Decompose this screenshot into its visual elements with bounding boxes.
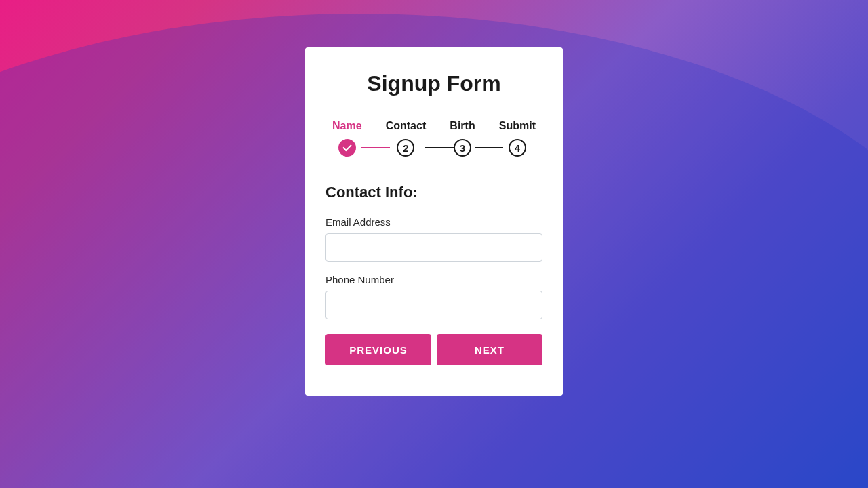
next-button[interactable]: NEXT bbox=[437, 334, 542, 365]
phone-input[interactable] bbox=[326, 291, 542, 319]
field-email: Email Address bbox=[326, 216, 542, 262]
step-circle: 4 bbox=[509, 139, 526, 157]
step-connector bbox=[361, 147, 390, 148]
step-label: Submit bbox=[499, 120, 536, 132]
step-submit[interactable]: Submit 4 bbox=[499, 120, 536, 157]
step-birth[interactable]: Birth 3 bbox=[450, 120, 475, 157]
section-title: Contact Info: bbox=[326, 184, 542, 201]
signup-card: Signup Form Name Contact 2 Birth 3 Submi… bbox=[305, 47, 563, 396]
email-input[interactable] bbox=[326, 233, 542, 262]
phone-label: Phone Number bbox=[326, 274, 542, 285]
button-row: PREVIOUS NEXT bbox=[326, 334, 542, 365]
stepper: Name Contact 2 Birth 3 Submit 4 bbox=[326, 120, 542, 157]
step-label: Contact bbox=[386, 120, 427, 132]
previous-button[interactable]: PREVIOUS bbox=[326, 334, 431, 365]
step-circle: 2 bbox=[397, 139, 414, 157]
step-circle: 3 bbox=[454, 139, 471, 157]
step-label: Birth bbox=[450, 120, 475, 132]
step-contact[interactable]: Contact 2 bbox=[386, 120, 427, 157]
form-title: Signup Form bbox=[326, 71, 542, 96]
checkmark-icon bbox=[342, 142, 351, 151]
email-label: Email Address bbox=[326, 216, 542, 228]
step-connector bbox=[475, 147, 503, 148]
step-label: Name bbox=[332, 120, 362, 132]
step-connector bbox=[425, 147, 454, 148]
field-phone: Phone Number bbox=[326, 274, 542, 319]
step-name[interactable]: Name bbox=[332, 120, 362, 157]
step-circle-completed bbox=[338, 139, 356, 157]
